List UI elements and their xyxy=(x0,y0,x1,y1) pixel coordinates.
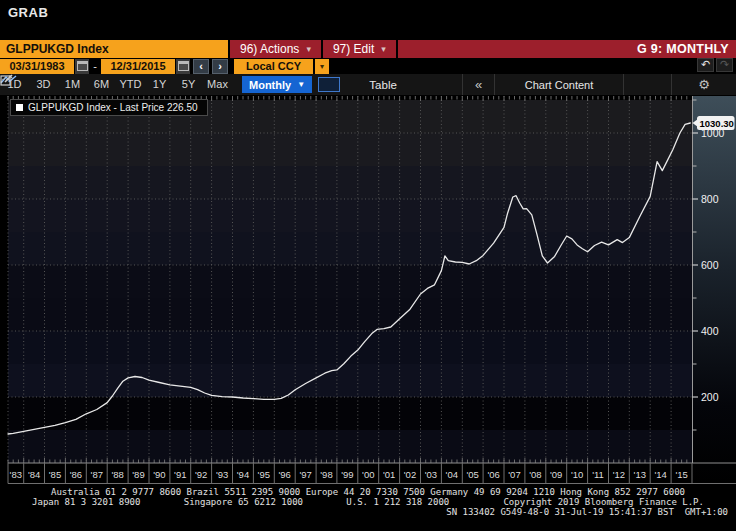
frequency-dropdown[interactable]: Monthly ▼ xyxy=(242,76,312,93)
settings-button[interactable]: ⚙ xyxy=(671,74,736,95)
plot-band xyxy=(8,364,692,397)
frequency-label: Monthly xyxy=(249,79,291,91)
x-axis-label: '83 xyxy=(10,469,22,480)
period-tabs: 1D3D1M6MYTD1Y5YMax xyxy=(0,74,232,95)
prev-period-button[interactable]: ‹ xyxy=(193,59,209,74)
redo-button[interactable]: ↷ xyxy=(716,58,733,72)
period-tab-1y[interactable]: 1Y xyxy=(145,74,174,95)
x-axis-label: '94 xyxy=(237,469,249,480)
x-axis-label: '07 xyxy=(508,469,520,480)
chart-toolbar: 1D3D1M6MYTD1Y5YMax Monthly ▼ Table « Cha… xyxy=(0,74,736,95)
actions-menu-label: 96) Actions xyxy=(240,40,299,58)
calendar-icon xyxy=(178,61,189,71)
plot-band xyxy=(8,265,692,298)
y-axis-strip xyxy=(692,96,736,483)
next-period-button[interactable]: › xyxy=(212,59,228,74)
toolbar-right-group: « Chart Content ⚙ xyxy=(462,74,736,95)
x-axis-label: '84 xyxy=(28,469,40,480)
range-bar: 03/31/1983 - 12/31/2015 ‹ › Local CCY ▾ … xyxy=(0,58,736,74)
period-tab-3d[interactable]: 3D xyxy=(29,74,58,95)
y-axis-label: 600 xyxy=(701,259,719,271)
x-axis-label: '90 xyxy=(153,469,165,480)
period-tab-max[interactable]: Max xyxy=(203,74,232,95)
plot-band xyxy=(8,331,692,364)
history-buttons: ↶ ↷ xyxy=(697,58,733,72)
line-chart-type-button[interactable] xyxy=(318,77,340,92)
x-axis-label: '05 xyxy=(467,469,479,480)
security-bar: GLPPUKGD Index 96) Actions ▾ 97) Edit ▾ … xyxy=(0,40,736,58)
chevron-down-icon: ▾ xyxy=(306,40,311,58)
table-button[interactable]: Table xyxy=(340,79,426,91)
footer-contacts-line2: Japan 81 3 3201 8900 Singapore 65 6212 1… xyxy=(0,497,736,507)
x-axis-label: '96 xyxy=(279,469,291,480)
x-axis-label: '93 xyxy=(216,469,228,480)
x-axis-label: '12 xyxy=(613,469,625,480)
start-date-calendar-button[interactable] xyxy=(75,59,89,74)
x-axis-label: '97 xyxy=(299,469,311,480)
x-axis-label: '03 xyxy=(425,469,437,480)
x-axis-label: '04 xyxy=(446,469,458,480)
last-price-label: 1030.30 xyxy=(700,118,734,129)
chart-legend[interactable]: GLPPUKGD Index - Last Price 226.50 xyxy=(10,99,208,116)
collapse-panel-button[interactable]: « xyxy=(462,74,494,95)
x-axis-label: '85 xyxy=(49,469,61,480)
annotate-icon xyxy=(0,74,14,86)
period-tab-1m[interactable]: 1M xyxy=(58,74,87,95)
footer-session-info: SN 133402 G549-48-0 31-Jul-19 15:41:37 B… xyxy=(0,507,736,517)
x-axis-label: '95 xyxy=(258,469,270,480)
series-swatch xyxy=(16,104,23,111)
annotate-button[interactable] xyxy=(623,74,671,95)
x-axis-label: '10 xyxy=(571,469,583,480)
chart-content-label: Chart Content xyxy=(525,79,593,91)
chevron-down-icon: ▾ xyxy=(381,40,386,58)
edit-menu[interactable]: 97) Edit ▾ xyxy=(323,40,398,58)
function-title: G 9: MONTHLY xyxy=(637,42,736,56)
period-tab-5y[interactable]: 5Y xyxy=(174,74,203,95)
x-axis-label: '13 xyxy=(634,469,646,480)
plot-band xyxy=(8,430,692,463)
y-axis-label: 200 xyxy=(701,391,719,403)
x-axis-label: '11 xyxy=(592,469,604,480)
x-axis-label: '99 xyxy=(341,469,353,480)
chart-content-button[interactable]: Chart Content xyxy=(494,74,623,95)
gear-icon: ⚙ xyxy=(698,77,710,92)
end-date-field[interactable]: 12/31/2015 xyxy=(101,59,175,74)
y-axis-label: 400 xyxy=(701,325,719,337)
x-axis-label: '00 xyxy=(362,469,374,480)
x-axis-label: '02 xyxy=(404,469,416,480)
undo-button[interactable]: ↶ xyxy=(697,58,714,72)
period-tab-6m[interactable]: 6M xyxy=(87,74,116,95)
ticker-field[interactable]: GLPPUKGD Index xyxy=(0,40,228,58)
x-axis-label: '87 xyxy=(91,469,103,480)
footer-contacts-line1: Australia 61 2 9777 8600 Brazil 5511 239… xyxy=(0,487,736,497)
series-legend-label: GLPPUKGD Index - Last Price 226.50 xyxy=(28,102,198,113)
chevron-down-icon: ▼ xyxy=(297,80,305,89)
currency-selector[interactable]: Local CCY xyxy=(234,59,313,74)
window-title: GRAB xyxy=(8,5,48,20)
x-axis-label: '08 xyxy=(529,469,541,480)
bloomberg-terminal-window: '83'84'85'86'87'88'89'90'91'92'93'94'95'… xyxy=(0,0,736,531)
x-axis-label: '01 xyxy=(383,469,395,480)
x-axis-label: '86 xyxy=(70,469,82,480)
plot-band xyxy=(8,199,692,232)
start-date-field[interactable]: 03/31/1983 xyxy=(0,59,74,74)
edit-menu-label: 97) Edit xyxy=(333,40,374,58)
actions-menu[interactable]: 96) Actions ▾ xyxy=(230,40,323,58)
calendar-icon xyxy=(77,61,88,71)
x-axis-label: '92 xyxy=(195,469,207,480)
plot-band xyxy=(8,397,692,430)
x-axis-label: '06 xyxy=(487,469,499,480)
menu-bar: 96) Actions ▾ 97) Edit ▾ G 9: MONTHLY xyxy=(230,40,736,58)
end-date-calendar-button[interactable] xyxy=(176,59,190,74)
plot-band xyxy=(8,166,692,199)
x-axis-label: '98 xyxy=(320,469,332,480)
date-range-separator: - xyxy=(89,60,101,72)
x-axis-label: '15 xyxy=(675,469,687,480)
currency-caret-button[interactable]: ▾ xyxy=(315,59,329,74)
plot-band xyxy=(8,232,692,265)
plot-band xyxy=(8,298,692,331)
y-axis-label: 800 xyxy=(701,193,719,205)
plot-band xyxy=(8,133,692,166)
period-tab-ytd[interactable]: YTD xyxy=(116,74,145,95)
x-axis-label: '88 xyxy=(111,469,123,480)
